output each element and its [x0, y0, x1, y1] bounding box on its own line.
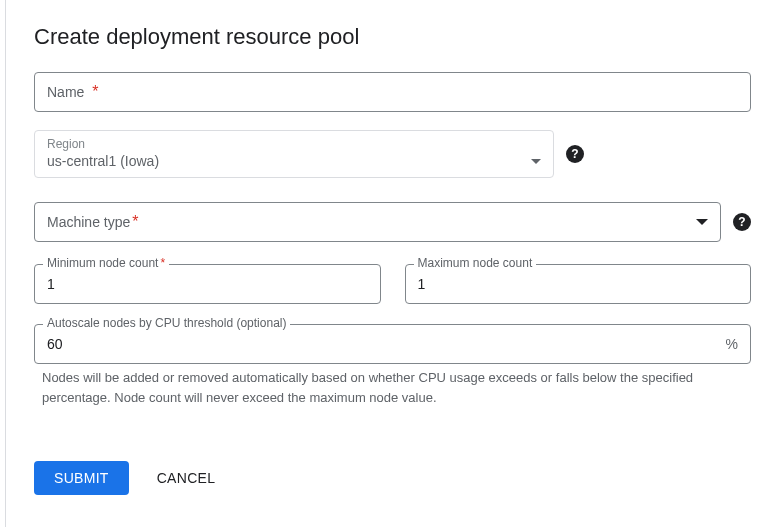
required-indicator: *: [132, 213, 138, 230]
max-nodes-input-wrap[interactable]: [405, 264, 752, 304]
required-indicator: *: [92, 83, 98, 101]
region-label: Region: [47, 137, 541, 151]
chevron-down-icon: [696, 219, 708, 225]
chevron-down-icon: [531, 159, 541, 164]
help-icon[interactable]: ?: [733, 213, 751, 231]
autoscale-field: Autoscale nodes by CPU threshold (option…: [34, 324, 751, 407]
dialog-footer: SUBMIT CANCEL: [34, 449, 751, 503]
autoscale-input-wrap[interactable]: %: [34, 324, 751, 364]
region-value-row: us-central1 (Iowa): [47, 153, 541, 169]
max-nodes-field: Maximum node count: [405, 264, 752, 304]
help-icon[interactable]: ?: [566, 145, 584, 163]
autoscale-input[interactable]: [47, 336, 720, 352]
create-resource-pool-dialog: Create deployment resource pool Name* Re…: [6, 0, 779, 527]
machine-type-field: Machine type*: [34, 202, 721, 242]
percent-suffix: %: [726, 336, 738, 352]
name-input-wrap[interactable]: Name*: [34, 72, 751, 112]
min-nodes-input-wrap[interactable]: [34, 264, 381, 304]
node-count-row: Minimum node count* Maximum node count: [34, 264, 751, 304]
min-nodes-label: Minimum node count*: [43, 256, 169, 270]
dialog-title: Create deployment resource pool: [34, 24, 751, 50]
submit-button[interactable]: SUBMIT: [34, 461, 129, 495]
min-nodes-field: Minimum node count*: [34, 264, 381, 304]
machine-type-row: Machine type* ?: [34, 202, 751, 242]
machine-type-select[interactable]: Machine type*: [34, 202, 721, 242]
min-nodes-input[interactable]: [47, 276, 368, 292]
autoscale-helper-text: Nodes will be added or removed automatic…: [34, 364, 751, 407]
autoscale-label: Autoscale nodes by CPU threshold (option…: [43, 316, 290, 330]
name-label: Name: [47, 84, 84, 100]
cancel-button[interactable]: CANCEL: [141, 461, 232, 495]
region-value: us-central1 (Iowa): [47, 153, 159, 169]
region-select[interactable]: Region us-central1 (Iowa): [34, 130, 554, 178]
max-nodes-input[interactable]: [418, 276, 739, 292]
form-area: Name* Region us-central1 (Iowa) ? Machin…: [34, 72, 751, 449]
max-nodes-label: Maximum node count: [414, 256, 537, 270]
region-row: Region us-central1 (Iowa) ?: [34, 130, 751, 178]
machine-type-label: Machine type: [47, 214, 130, 230]
name-field: Name*: [34, 72, 751, 112]
